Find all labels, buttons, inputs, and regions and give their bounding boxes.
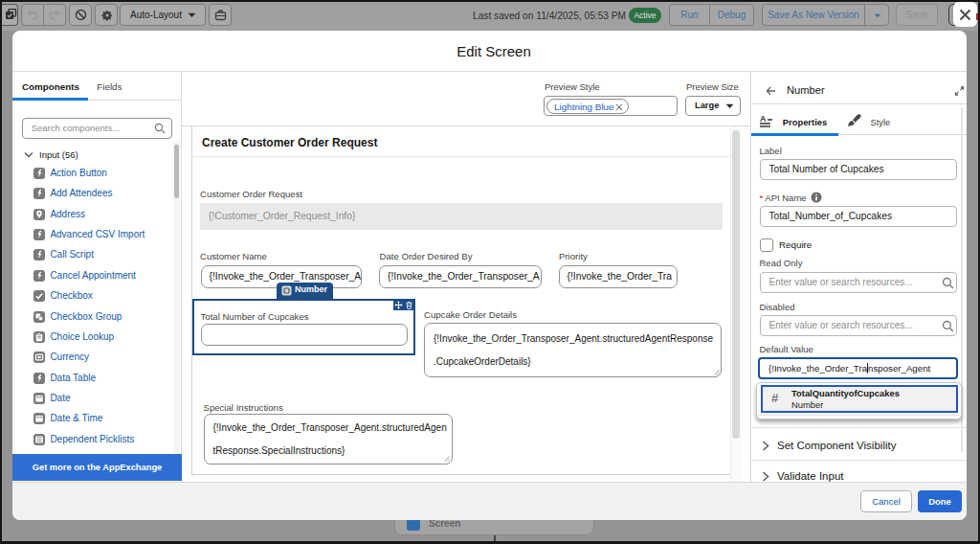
- svg-text:A: A: [760, 114, 767, 124]
